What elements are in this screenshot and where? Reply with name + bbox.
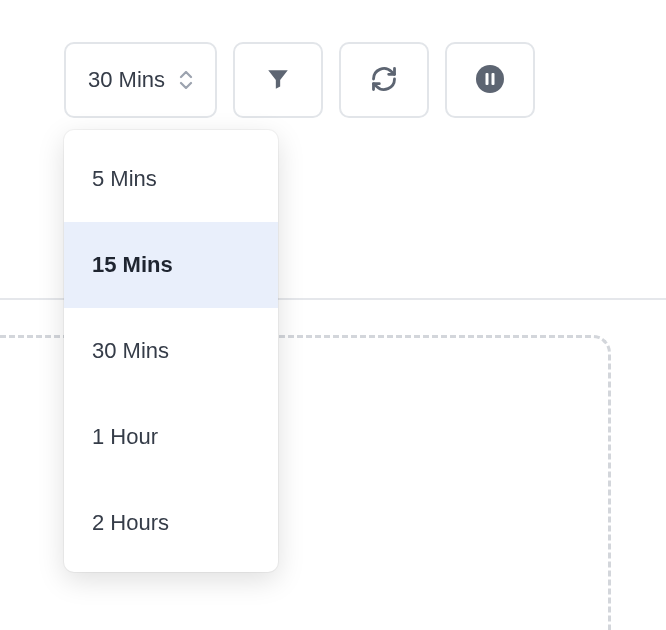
refresh-icon [370,65,398,96]
filter-icon [265,66,291,95]
time-range-select[interactable]: 30 Mins [64,42,217,118]
pause-icon [475,64,505,97]
toolbar: 30 Mins [0,0,666,118]
svg-rect-2 [492,73,495,85]
filter-button[interactable] [233,42,323,118]
dropdown-item-1-hour[interactable]: 1 Hour [64,394,278,480]
pause-button[interactable] [445,42,535,118]
dropdown-item-label: 1 Hour [92,424,158,449]
chevron-up-down-icon [179,71,193,89]
dropdown-item-label: 30 Mins [92,338,169,363]
dropdown-item-5-mins[interactable]: 5 Mins [64,136,278,222]
svg-rect-1 [486,73,489,85]
time-range-selected-label: 30 Mins [88,67,165,93]
time-range-dropdown: 5 Mins 15 Mins 30 Mins 1 Hour 2 Hours [64,130,278,572]
svg-point-0 [476,65,504,93]
refresh-button[interactable] [339,42,429,118]
dropdown-item-label: 2 Hours [92,510,169,535]
dropdown-item-15-mins[interactable]: 15 Mins [64,222,278,308]
dropdown-item-label: 15 Mins [92,252,173,277]
dropdown-item-label: 5 Mins [92,166,157,191]
dropdown-item-2-hours[interactable]: 2 Hours [64,480,278,566]
dropdown-item-30-mins[interactable]: 30 Mins [64,308,278,394]
